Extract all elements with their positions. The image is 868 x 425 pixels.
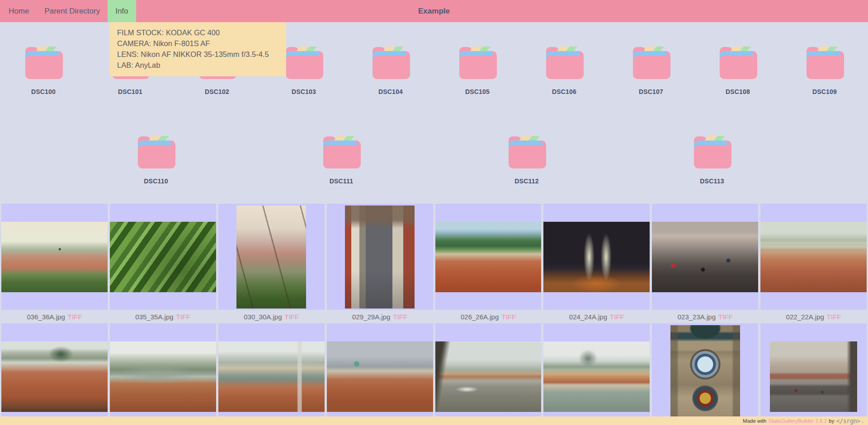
tiff-link[interactable]: TIFF bbox=[284, 313, 299, 321]
thumbnail-cell bbox=[327, 323, 433, 425]
thumbnail-image bbox=[1, 222, 108, 292]
thumbnail-caption: 036_36A.jpg TIFF bbox=[1, 310, 108, 323]
folder-item-dsc112[interactable]: DSC112 bbox=[497, 136, 556, 185]
nav-item-info[interactable]: Info bbox=[108, 0, 136, 22]
folder-label: DSC100 bbox=[31, 88, 56, 95]
tiff-link[interactable]: TIFF bbox=[827, 313, 841, 321]
thumbnail-cell: 023_23A.jpg TIFF bbox=[652, 204, 758, 323]
thumbnail-row-2 bbox=[0, 323, 868, 425]
thumbnail-image bbox=[652, 222, 758, 292]
folder-label: DSC105 bbox=[465, 88, 490, 95]
thumbnail-cell bbox=[110, 323, 216, 425]
tiff-link[interactable]: TIFF bbox=[68, 313, 82, 321]
footer-by-text: by bbox=[829, 418, 834, 424]
thumbnail-cell bbox=[218, 323, 325, 425]
thumbnail-caption: 024_24A.jpg TIFF bbox=[543, 310, 650, 323]
thumbnail-link[interactable] bbox=[110, 323, 216, 425]
thumbnail-link[interactable] bbox=[760, 204, 867, 310]
footer-period: . bbox=[862, 418, 863, 424]
folder-item-dsc109[interactable]: DSC109 bbox=[795, 47, 854, 95]
folder-item-dsc111[interactable]: DSC111 bbox=[312, 136, 371, 185]
folder-item-dsc107[interactable]: DSC107 bbox=[622, 47, 680, 95]
thumbnail-link[interactable] bbox=[543, 204, 650, 310]
thumbnail-cell: 035_35A.jpg TIFF bbox=[110, 204, 216, 323]
thumbnail-link[interactable] bbox=[435, 204, 542, 310]
thumbnail-link[interactable] bbox=[110, 204, 216, 310]
thumbnail-filename: 024_24A.jpg bbox=[569, 313, 607, 321]
thumbnail-link[interactable] bbox=[327, 204, 433, 310]
thumbnail-image bbox=[435, 341, 542, 412]
tiff-link[interactable]: TIFF bbox=[610, 313, 624, 321]
thumbnail-filename: 022_22A.jpg bbox=[786, 313, 824, 321]
folder-row-2: DSC110 DSC111 DSC112 DSC113 bbox=[0, 136, 868, 185]
thumbnail-image bbox=[236, 205, 306, 308]
folder-icon bbox=[458, 47, 497, 79]
thumbnail-link[interactable] bbox=[652, 204, 758, 310]
folder-label: DSC101 bbox=[118, 88, 142, 95]
nav-item-home[interactable]: Home bbox=[1, 0, 37, 22]
folder-icon bbox=[371, 47, 410, 79]
tiff-link[interactable]: TIFF bbox=[718, 313, 733, 321]
thumbnail-cell bbox=[1, 323, 108, 425]
folder-icon bbox=[718, 47, 757, 79]
thumbnail-link[interactable] bbox=[1, 204, 108, 310]
thumbnail-filename: 030_30A.jpg bbox=[244, 313, 282, 321]
folder-item-dsc110[interactable]: DSC110 bbox=[127, 136, 185, 185]
thumbnail-link[interactable] bbox=[543, 323, 650, 425]
folder-item-dsc104[interactable]: DSC104 bbox=[361, 47, 420, 95]
thumbnail-cell bbox=[543, 323, 650, 425]
folder-item-dsc105[interactable]: DSC105 bbox=[448, 47, 507, 95]
tiff-link[interactable]: TIFF bbox=[176, 313, 191, 321]
thumbnail-link[interactable] bbox=[218, 323, 325, 425]
tiff-link[interactable]: TIFF bbox=[501, 313, 516, 321]
thumbnail-caption: 035_35A.jpg TIFF bbox=[110, 310, 216, 323]
tooltip-line-film-stock: FILM STOCK: KODAK GC 400 bbox=[117, 27, 279, 38]
folder-label: DSC107 bbox=[639, 88, 663, 95]
folder-label: DSC103 bbox=[292, 88, 316, 95]
folder-item-dsc106[interactable]: DSC106 bbox=[535, 47, 594, 95]
thumbnail-image bbox=[543, 341, 650, 412]
thumbnail-cell bbox=[435, 323, 542, 425]
thumbnail-image bbox=[345, 205, 415, 308]
nav-menu: Home Parent Directory Info bbox=[0, 0, 136, 22]
thumbnail-link[interactable] bbox=[435, 323, 542, 425]
folder-icon bbox=[284, 47, 323, 79]
folder-icon bbox=[632, 47, 670, 79]
thumbnail-link[interactable] bbox=[652, 323, 758, 425]
tooltip-line-camera: CAMERA: Nikon F-801S AF bbox=[117, 38, 279, 49]
thumbnail-caption: 022_22A.jpg TIFF bbox=[760, 310, 867, 323]
footer-builder-link[interactable]: StaticGalleryBuilder 2.6.2 bbox=[768, 418, 827, 424]
thumbnail-cell: 024_24A.jpg TIFF bbox=[543, 204, 650, 323]
thumbnail-link[interactable] bbox=[327, 323, 433, 425]
thumbnail-caption: 023_23A.jpg TIFF bbox=[652, 310, 758, 323]
nav-item-parent-directory[interactable]: Parent Directory bbox=[37, 0, 108, 22]
tooltip-line-lens: LENS: Nikon AF NIKKOR 35-135mm f/3.5-4.5 bbox=[117, 49, 279, 60]
folder-icon bbox=[805, 47, 844, 79]
folder-label: DSC109 bbox=[812, 88, 837, 95]
tooltip-line-lab: LAB: AnyLab bbox=[117, 60, 279, 70]
thumbnail-cell: 036_36A.jpg TIFF bbox=[1, 204, 108, 323]
thumbnail-caption: 029_29A.jpg TIFF bbox=[327, 310, 433, 323]
folder-icon bbox=[322, 136, 361, 168]
thumbnail-row-1: 036_36A.jpg TIFF 035_35A.jpg TIFF 030_30… bbox=[0, 204, 868, 323]
folder-label: DSC106 bbox=[552, 88, 576, 95]
thumbnail-image bbox=[110, 341, 216, 412]
thumbnail-caption: 026_26A.jpg TIFF bbox=[435, 310, 542, 323]
thumbnail-cell bbox=[760, 323, 867, 425]
footer-made-with-text: Made with bbox=[743, 418, 766, 424]
folder-label: DSC111 bbox=[330, 177, 354, 185]
folder-label: DSC113 bbox=[700, 177, 724, 185]
thumbnail-image bbox=[670, 325, 740, 425]
info-tooltip: FILM STOCK: KODAK GC 400 CAMERA: Nikon F… bbox=[110, 22, 286, 76]
page-title: Example bbox=[418, 7, 450, 16]
folder-item-dsc100[interactable]: DSC100 bbox=[14, 47, 73, 95]
tiff-link[interactable]: TIFF bbox=[393, 313, 407, 321]
footer-bar: Made with StaticGalleryBuilder 2.6.2 by … bbox=[0, 416, 868, 425]
thumbnail-link[interactable] bbox=[218, 204, 325, 310]
folder-item-dsc113[interactable]: DSC113 bbox=[683, 136, 741, 185]
thumbnail-link[interactable] bbox=[1, 323, 108, 425]
folder-label: DSC112 bbox=[514, 177, 538, 185]
folder-item-dsc108[interactable]: DSC108 bbox=[708, 47, 767, 95]
thumbnail-link[interactable] bbox=[760, 323, 867, 425]
thumbnail-filename: 029_29A.jpg bbox=[352, 313, 390, 321]
